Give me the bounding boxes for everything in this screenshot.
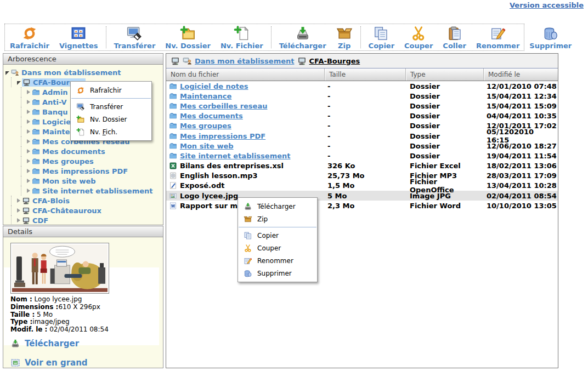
tree-menu-item-transferer[interactable]: Transférer xyxy=(71,100,151,113)
file-name[interactable]: Mon site web xyxy=(180,142,234,150)
tree-expander-icon[interactable] xyxy=(27,189,30,193)
file-modified: 28/03/2011 17:09 xyxy=(483,172,558,180)
file-name[interactable]: Logo lycee.jpg xyxy=(180,192,238,200)
file-type: Dossier xyxy=(405,92,483,100)
file-name[interactable]: Bilans des entreprises.xsl xyxy=(180,162,284,170)
tree-expander-icon[interactable] xyxy=(27,169,30,173)
file-row-mes-impressions-pdf[interactable]: Mes impressions PDF-Dossier05/1202010 16… xyxy=(166,131,558,141)
tree-item-label: Dans mon établissement xyxy=(21,69,121,77)
file-name[interactable]: Rapport sur mo xyxy=(180,202,242,210)
file-name[interactable]: Mes impressions PDF xyxy=(180,132,265,140)
breadcrumb-current-cfa-bourges[interactable]: CFA-Bourges xyxy=(309,57,360,65)
column-header-nom-du-fichier[interactable]: Nom du fichier xyxy=(166,69,324,81)
file-row-mes-documents[interactable]: Mes documents-Dossier04/04/2011 10:35 xyxy=(166,111,558,121)
tree-expander-icon[interactable] xyxy=(27,149,30,153)
toolbar-rafraichir[interactable]: Rafraîchir xyxy=(5,24,54,50)
file-row-logiciel-de-notes[interactable]: Logiciel de notes-Dossier12/01/2010 07:4… xyxy=(166,81,558,91)
file-row-logo-lycee-jpg[interactable]: Logo lycee.jpg5 MoImage JPG02/04/2011 08… xyxy=(166,191,558,201)
tree-expander-icon[interactable] xyxy=(17,208,20,213)
tree-expander-icon[interactable] xyxy=(27,90,30,94)
toolbar-supprimer[interactable]: Supprimer xyxy=(524,24,576,50)
file-name[interactable]: Mes groupes xyxy=(180,122,231,130)
file-name[interactable]: English lesson.mp3 xyxy=(180,172,258,180)
file-menu-item-label: Zip xyxy=(257,215,268,223)
file-menu-item-couper[interactable]: Couper xyxy=(238,242,317,254)
tree-expander-icon[interactable] xyxy=(17,81,21,85)
tree-item-site-internet-etablissement[interactable]: Site internet etablissement xyxy=(3,186,163,196)
tree-menu-item-rafraichir[interactable]: Rafraîchir xyxy=(71,84,151,96)
toolbar-telecharger[interactable]: Télécharger xyxy=(274,24,331,50)
file-menu-item-renommer[interactable]: Renommer xyxy=(238,254,317,267)
tree-item-cdf[interactable]: CDF xyxy=(3,215,163,225)
cut-icon xyxy=(244,244,252,253)
file-menu-item-telecharger[interactable]: Télécharger xyxy=(238,200,317,213)
file-list: Logiciel de notes-Dossier12/01/2010 07:4… xyxy=(166,81,558,210)
details-field-label: Nom : xyxy=(10,295,32,303)
tree-menu-item-nv-fich[interactable]: Nv. Fich. xyxy=(71,125,151,138)
file-size: 2,3 Mo xyxy=(324,202,405,210)
toolbar-nv-fichier[interactable]: Nv. Fichier xyxy=(216,24,268,50)
file-name-cell: Mes groupes xyxy=(166,122,324,130)
file-row-maintenance[interactable]: Maintenance-Dossier15/04/2011 12:34 xyxy=(166,91,558,101)
breadcrumb-link-etablissement[interactable]: Dans mon établissement xyxy=(195,57,295,65)
tree-item-cfa-blois[interactable]: CFA-Blois xyxy=(3,196,163,206)
file-name[interactable]: Mes documents xyxy=(180,112,243,120)
toolbar-couper[interactable]: Couper xyxy=(399,24,438,50)
tree-guide xyxy=(21,146,26,156)
file-menu-item-copier[interactable]: Copier xyxy=(238,229,317,242)
tree-expander-icon[interactable] xyxy=(27,139,30,144)
file-row-site-internet-etablissement[interactable]: Site internet etablissement-Dossier19/04… xyxy=(166,151,558,161)
column-header-taille[interactable]: Taille xyxy=(324,69,405,81)
file-menu-item-supprimer[interactable]: Supprimer xyxy=(238,267,317,279)
tree-menu-item-nv-dossier[interactable]: Nv. Dossier xyxy=(71,113,151,125)
tree-item-mes-impressions-pdf[interactable]: Mes impressions PDF xyxy=(3,166,163,176)
toolbar-label: Nv. Dossier xyxy=(165,42,211,50)
rename-icon xyxy=(490,25,506,42)
tree-item-dans-mon-etablissement[interactable]: Dans mon établissement xyxy=(3,67,163,77)
file-row-mon-site-web[interactable]: Mon site web-Dossier12/06/2010 18:27 xyxy=(166,141,558,151)
file-row-expose-odt[interactable]: Exposé.odt1,5 MoFichier OpenOffice13/04/… xyxy=(166,181,558,191)
tree-expander-icon[interactable] xyxy=(27,129,30,134)
file-row-english-lesson-mp3[interactable]: English lesson.mp325,73 MoFichier MP328/… xyxy=(166,171,558,181)
tree-item-mes-groupes[interactable]: Mes groupes xyxy=(3,156,163,166)
tree-expander-icon[interactable] xyxy=(27,179,30,183)
file-row-mes-corbeilles-reseau[interactable]: Mes corbeilles reseau-Dossier15/04/2011 … xyxy=(166,101,558,111)
tree-expander-icon[interactable] xyxy=(27,110,30,114)
column-header-modifie-le[interactable]: Modifié le xyxy=(483,69,558,81)
details-link-telecharger[interactable]: Télécharger xyxy=(10,339,79,349)
tree-expander-icon[interactable] xyxy=(27,159,30,163)
toolbar-nv-dossier[interactable]: Nv. Dossier xyxy=(160,24,216,50)
toolbar-transferer[interactable]: Transférer xyxy=(109,24,161,50)
file-name[interactable]: Maintenance xyxy=(180,92,231,100)
tree-item-mon-site-web[interactable]: Mon site web xyxy=(3,176,163,186)
toolbar-zip[interactable]: Zip xyxy=(331,24,358,50)
tree-expander-icon[interactable] xyxy=(27,119,30,124)
tree-item-cfa-chateauroux[interactable]: CFA-Châteauroux xyxy=(3,206,163,215)
toolbar-copier[interactable]: Copier xyxy=(364,24,399,50)
toolbar-renommer[interactable]: Renommer xyxy=(471,24,524,50)
zip-icon xyxy=(244,215,252,224)
details-link-voir-en-grand[interactable]: Voir en grand xyxy=(10,358,88,368)
file-row-rapport-sur-mo[interactable]: Rapport sur mo2,3 MoFichier Word10/10/20… xyxy=(166,201,558,210)
file-menu-item-zip[interactable]: Zip xyxy=(238,213,317,225)
tree-expander-icon[interactable] xyxy=(27,100,30,104)
file-size: 25,73 Mo xyxy=(324,172,405,180)
details-panel-title: Details xyxy=(3,226,163,237)
tree-item-mes-documents[interactable]: Mes documents xyxy=(3,146,163,156)
tree-expander-icon[interactable] xyxy=(17,198,20,203)
file-name[interactable]: Mes corbeilles reseau xyxy=(180,102,267,110)
toolbar-vignettes[interactable]: Vignettes xyxy=(54,24,103,50)
jpgimg-icon xyxy=(169,192,177,200)
computer-icon xyxy=(22,78,31,87)
file-name[interactable]: Site internet etablissement xyxy=(180,152,291,160)
transfer-icon xyxy=(76,102,85,111)
toolbar-coller[interactable]: Coller xyxy=(438,24,471,50)
file-row-bilans-des-entreprises-xsl[interactable]: Bilans des entreprises.xsl326 KoFichier … xyxy=(166,161,558,171)
file-name[interactable]: Logiciel de notes xyxy=(180,82,248,90)
version-accessible-link[interactable]: Version accessible xyxy=(510,1,584,9)
tree-expander-icon[interactable] xyxy=(17,218,20,222)
tree-expander-icon[interactable] xyxy=(5,71,9,75)
file-name[interactable]: Exposé.odt xyxy=(180,181,224,190)
details-field-type: Type :image/jpeg xyxy=(10,318,109,326)
column-header-type[interactable]: Type xyxy=(405,69,483,81)
